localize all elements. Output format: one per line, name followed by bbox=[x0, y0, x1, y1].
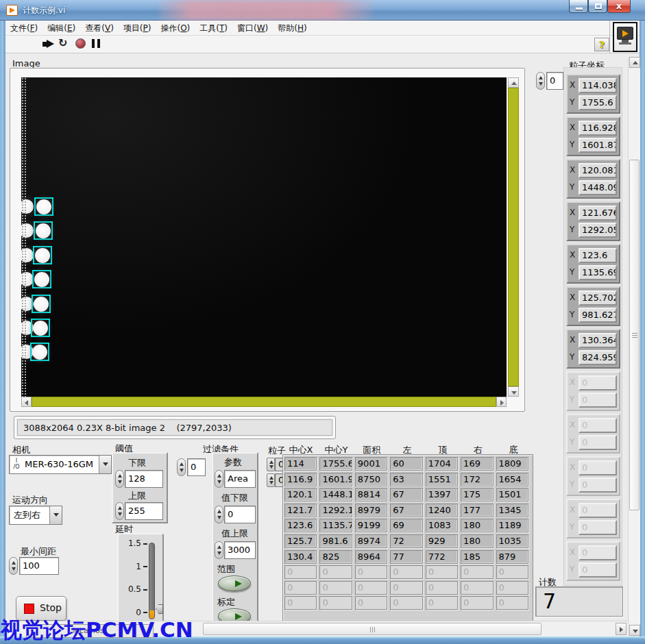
image-viewport[interactable] bbox=[21, 77, 507, 397]
menu-item-4[interactable]: 操作(O) bbox=[156, 21, 195, 36]
table-cell: 114 bbox=[284, 457, 317, 471]
menu-item-6[interactable]: 窗口(W) bbox=[232, 21, 273, 36]
pause-button[interactable] bbox=[92, 39, 101, 48]
table-cell: 8750 bbox=[355, 473, 387, 486]
coord-x-label: X bbox=[570, 505, 575, 515]
particle-roi-box bbox=[34, 197, 53, 216]
down-arrow-icon bbox=[511, 391, 517, 395]
direction-dropdown-button[interactable] bbox=[49, 506, 62, 524]
panel-scroll-right[interactable] bbox=[616, 623, 626, 635]
direction-combo[interactable]: 左到右 bbox=[9, 506, 62, 525]
filter-lower-spinner[interactable] bbox=[215, 506, 223, 523]
scroll-right-button[interactable] bbox=[496, 397, 507, 407]
io-icon: I/O bbox=[12, 458, 21, 471]
menu-item-1[interactable]: 编辑(E) bbox=[42, 21, 80, 36]
particle-blob bbox=[34, 297, 49, 312]
image-hscroll-thumb[interactable] bbox=[32, 397, 496, 407]
abort-button[interactable] bbox=[75, 38, 86, 49]
maximize-icon bbox=[595, 3, 602, 9]
panel-vscroll-thumb[interactable] bbox=[629, 160, 640, 510]
menu-item-7[interactable]: 帮助(H) bbox=[273, 21, 311, 36]
delay-slider-track[interactable] bbox=[149, 543, 155, 619]
coord-y-label: Y bbox=[570, 97, 574, 107]
coord-x-label: X bbox=[570, 293, 575, 302]
coord-cluster: X0Y0 bbox=[566, 456, 620, 496]
scroll-up-button[interactable] bbox=[508, 77, 519, 88]
coord-cluster: X114.038Y1755.6 bbox=[566, 74, 620, 114]
coord-y-label: Y bbox=[570, 225, 574, 234]
camera-dropdown-button[interactable] bbox=[99, 456, 111, 473]
menu-item-5[interactable]: 工具(T) bbox=[195, 21, 232, 36]
run-continuous-button[interactable]: ↻ bbox=[58, 36, 67, 49]
coord-cluster: X0Y0 bbox=[566, 499, 620, 538]
panel-scroll-down[interactable] bbox=[629, 625, 640, 636]
min-gap-spinner[interactable] bbox=[9, 557, 18, 575]
coord-cluster: X116.928Y1601.87 bbox=[566, 116, 620, 156]
filter-param-spinner[interactable] bbox=[215, 470, 223, 488]
table-row: 130.4825896477772185879 bbox=[284, 550, 531, 564]
scroll-left-button[interactable] bbox=[21, 397, 32, 407]
table-cell: 0 bbox=[461, 565, 493, 579]
direction-value: 左到右 bbox=[14, 506, 40, 524]
camera-combo[interactable]: I/O MER-630-16GM bbox=[9, 455, 112, 474]
coord-x-label: X bbox=[570, 420, 575, 430]
context-help-button[interactable]: ? bbox=[594, 38, 609, 51]
threshold-upper-spinner[interactable] bbox=[115, 502, 124, 520]
table-cell: 1345 bbox=[496, 504, 528, 517]
coord-x-label: X bbox=[570, 80, 575, 90]
count-value: 7 bbox=[543, 589, 556, 613]
coord-y-label: Y bbox=[570, 267, 574, 277]
run-button[interactable] bbox=[42, 40, 55, 49]
minimize-icon bbox=[576, 8, 583, 10]
coord-y-value: 0 bbox=[579, 562, 617, 578]
filter-upper-field[interactable]: 3000 bbox=[224, 541, 256, 559]
coord-x-value: 121.676 bbox=[579, 206, 617, 221]
close-icon: x bbox=[608, 0, 630, 12]
stop-label: Stop bbox=[40, 602, 62, 613]
coord-y-label: Y bbox=[570, 437, 574, 447]
delay-slider-handle[interactable] bbox=[156, 604, 163, 614]
labview-vi-icon[interactable] bbox=[6, 5, 18, 16]
particle-roi-box bbox=[32, 295, 51, 313]
coord-y-value: 1135.69 bbox=[579, 265, 617, 280]
min-gap-field[interactable]: 100 bbox=[19, 557, 59, 575]
filter-lower-field[interactable]: 0 bbox=[224, 506, 256, 523]
filter-param-label: 参数 bbox=[224, 456, 242, 469]
image-horizontal-scrollbar[interactable] bbox=[21, 397, 507, 407]
table-cell: 1704 bbox=[426, 457, 458, 471]
threshold-upper-field[interactable]: 255 bbox=[125, 502, 163, 520]
maximize-button[interactable] bbox=[588, 0, 607, 13]
table-cell: 172 bbox=[461, 473, 493, 486]
menu-item-2[interactable]: 查看(V) bbox=[80, 21, 119, 36]
panel-vertical-scrollbar[interactable] bbox=[628, 57, 640, 636]
up-arrow-icon bbox=[633, 61, 638, 64]
image-vertical-scrollbar[interactable] bbox=[508, 77, 519, 397]
coords-index-spinner[interactable] bbox=[536, 72, 545, 90]
particle-blob bbox=[33, 321, 48, 336]
image-vscroll-thumb[interactable] bbox=[508, 88, 519, 386]
table-row-index-spinner[interactable] bbox=[267, 458, 275, 471]
labview-logo-button[interactable] bbox=[613, 22, 637, 52]
table-cell: 1189 bbox=[496, 519, 528, 532]
table-cell: 0 bbox=[355, 565, 387, 579]
coord-y-value: 981.627 bbox=[579, 308, 617, 323]
threshold-lower-field[interactable]: 128 bbox=[125, 470, 163, 488]
filter-param-field[interactable]: Area bbox=[224, 470, 256, 488]
menu-item-0[interactable]: 文件(F) bbox=[5, 21, 42, 36]
close-button[interactable]: x bbox=[607, 0, 631, 13]
minimize-button[interactable] bbox=[569, 0, 588, 13]
menu-item-3[interactable]: 项目(P) bbox=[119, 21, 156, 36]
delay-slider: 1.510.50 bbox=[117, 533, 164, 628]
threshold-lower-spinner[interactable] bbox=[115, 470, 124, 488]
panel-scroll-up[interactable] bbox=[629, 57, 640, 68]
scroll-down-button[interactable] bbox=[508, 386, 519, 397]
range-toggle-button[interactable] bbox=[218, 575, 251, 591]
filter-upper-spinner[interactable] bbox=[215, 541, 223, 559]
filter-index-field[interactable]: 0 bbox=[187, 458, 206, 476]
panel-hscroll-thumb[interactable] bbox=[203, 623, 541, 635]
filter-index-spinner[interactable] bbox=[177, 458, 186, 476]
table-col-index-spinner[interactable] bbox=[267, 473, 275, 487]
coords-index-field[interactable]: 0 bbox=[546, 72, 563, 90]
table-cell: 1501 bbox=[496, 488, 528, 501]
filter-upper-label: 值上限 bbox=[221, 528, 248, 540]
